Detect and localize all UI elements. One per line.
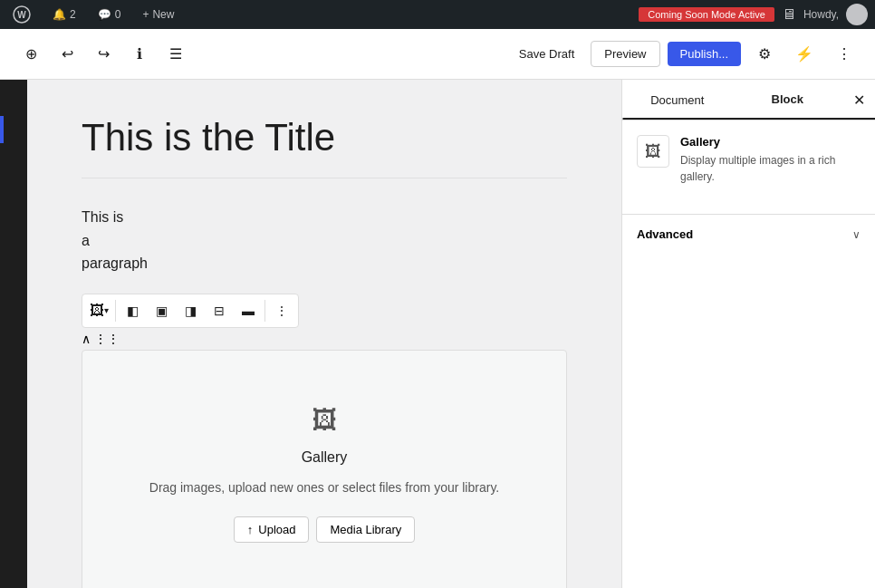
settings-button[interactable]: ⚙ (748, 38, 781, 71)
gallery-action-buttons: ↑ Upload Media Library (234, 516, 415, 543)
upload-label: Upload (258, 523, 295, 536)
align-full-button[interactable]: ⊟ (205, 296, 234, 325)
editor-toolbar: ⊕ ↩ ↪ ℹ ☰ Save Draft Preview Publish... … (0, 29, 875, 80)
jetpack-button[interactable]: ⚡ (788, 38, 821, 71)
advanced-label: Advanced (637, 227, 693, 241)
full-width-button[interactable]: ▬ (234, 296, 263, 325)
full-width-icon: ▬ (242, 304, 255, 318)
gallery-placeholder: 🖼 Gallery Drag images, upload new ones o… (82, 350, 567, 588)
howdy-label: Howdy, (803, 8, 839, 21)
block-info-panel: 🖼 Gallery Display multiple images in a r… (622, 120, 875, 214)
notifications-count: 2 (70, 8, 76, 21)
admin-bar: W 🔔 2 💬 0 + New Coming Soon Mode Active … (0, 0, 875, 29)
upload-button[interactable]: ↑ Upload (234, 516, 310, 543)
media-library-button[interactable]: Media Library (316, 516, 415, 543)
block-info: 🖼 Gallery Display multiple images in a r… (637, 135, 861, 185)
main-layout: This is the Title This isaparagraph 🖼 ▾ … (0, 80, 875, 588)
list-icon: ☰ (169, 45, 182, 63)
screen-icon: 🖥 (782, 6, 796, 23)
details-button[interactable]: ℹ (123, 38, 156, 71)
comments-icon: 💬 (98, 8, 111, 21)
post-title[interactable]: This is the Title (82, 116, 567, 178)
notification-icon: 🔔 (53, 8, 66, 21)
plus-icon: + (142, 8, 149, 21)
info-icon: ℹ (137, 45, 142, 63)
drag-icon: ⋮⋮ (94, 332, 120, 346)
upload-icon: ↑ (247, 523, 254, 536)
toolbar-divider (115, 300, 116, 322)
paragraph-block[interactable]: This isaparagraph (82, 206, 567, 275)
coming-soon-badge: Coming Soon Mode Active (639, 7, 774, 22)
gallery-placeholder-description: Drag images, upload new ones or select f… (149, 480, 499, 495)
block-move-controls: ∧ ⋮⋮ (82, 332, 567, 346)
chevron-up-icon: ∧ (82, 332, 91, 346)
document-tab[interactable]: Document (622, 80, 733, 120)
sidebar-close-button[interactable]: ✕ (842, 80, 875, 120)
list-view-button[interactable]: ☰ (159, 38, 192, 71)
plus-circle-icon: ⊕ (25, 45, 37, 63)
close-icon: ✕ (853, 92, 865, 109)
comments-item[interactable]: 💬 0 (92, 0, 127, 29)
move-up-button[interactable]: ∧ (82, 332, 91, 346)
undo-icon: ↩ (62, 45, 73, 63)
gallery-block-wrap: 🖼 ▾ ◧ ▣ ◨ ⊟ (82, 294, 567, 588)
block-more-options-button[interactable]: ⋮ (267, 296, 296, 325)
undo-button[interactable]: ↩ (51, 38, 83, 71)
gallery-type-button[interactable]: 🖼 ▾ (84, 296, 113, 325)
new-content-item[interactable]: + New (137, 0, 179, 29)
toolbar-left: ⊕ ↩ ↪ ℹ ☰ (14, 38, 192, 71)
comments-count: 0 (115, 8, 121, 21)
more-options-button[interactable]: ⋮ (828, 38, 861, 71)
editor-area: This is the Title This isaparagraph 🖼 ▾ … (27, 80, 621, 588)
advanced-section: Advanced ∨ (622, 214, 875, 254)
wp-logo-item[interactable]: W (7, 0, 36, 29)
block-icon-box: 🖼 (637, 135, 669, 168)
gear-icon: ⚙ (758, 45, 771, 63)
align-center-icon: ▣ (156, 304, 168, 318)
preview-button[interactable]: Preview (591, 41, 659, 67)
paragraph-text: This isaparagraph (82, 209, 148, 271)
options-ellipsis-icon: ⋮ (275, 304, 288, 318)
chevron-down-icon: ▾ (104, 305, 109, 315)
publish-button[interactable]: Publish... (668, 42, 741, 66)
sidebar-tabs: Document Block ✕ (622, 80, 875, 120)
align-full-icon: ⊟ (214, 304, 225, 318)
active-indicator (0, 116, 4, 143)
wp-logo-icon: W (13, 5, 31, 24)
admin-bar-left: W 🔔 2 💬 0 + New (7, 0, 179, 29)
ellipsis-icon: ⋮ (837, 45, 851, 63)
toolbar-divider-2 (264, 300, 265, 322)
chevron-down-icon: ∨ (852, 228, 861, 241)
block-info-text: Gallery Display multiple images in a ric… (680, 135, 861, 185)
redo-button[interactable]: ↪ (87, 38, 120, 71)
add-block-button[interactable]: ⊕ (14, 38, 47, 71)
save-draft-button[interactable]: Save Draft (510, 42, 583, 66)
editor-content: This is the Title This isaparagraph 🖼 ▾ … (82, 116, 567, 588)
redo-icon: ↪ (98, 45, 110, 63)
gallery-block-icon: 🖼 (645, 142, 661, 161)
align-right-icon: ◨ (185, 304, 197, 318)
gallery-type-icon: 🖼 (90, 303, 104, 319)
toolbar-right: Save Draft Preview Publish... ⚙ ⚡ ⋮ (510, 38, 861, 71)
avatar[interactable] (846, 4, 868, 25)
svg-text:W: W (17, 10, 26, 20)
left-sidebar-strip (0, 80, 27, 588)
block-tab[interactable]: Block (733, 80, 843, 120)
align-left-button[interactable]: ◧ (118, 296, 147, 325)
notifications-item[interactable]: 🔔 2 (47, 0, 82, 29)
lightning-icon: ⚡ (795, 45, 813, 63)
advanced-header[interactable]: Advanced ∨ (622, 215, 875, 254)
admin-bar-right: Coming Soon Mode Active 🖥 Howdy, (639, 4, 868, 25)
gallery-placeholder-title: Gallery (302, 449, 348, 466)
gallery-placeholder-icon: 🖼 (312, 405, 337, 435)
right-sidebar: Document Block ✕ 🖼 Gallery Display multi… (621, 80, 875, 588)
block-toolbar: 🖼 ▾ ◧ ▣ ◨ ⊟ (82, 294, 299, 328)
align-left-icon: ◧ (127, 304, 139, 318)
align-right-button[interactable]: ◨ (176, 296, 205, 325)
new-label: New (152, 8, 174, 21)
block-title: Gallery (680, 135, 861, 149)
block-description: Display multiple images in a rich galler… (680, 152, 861, 185)
align-center-button[interactable]: ▣ (147, 296, 176, 325)
drag-handle-button[interactable]: ⋮⋮ (94, 332, 120, 346)
